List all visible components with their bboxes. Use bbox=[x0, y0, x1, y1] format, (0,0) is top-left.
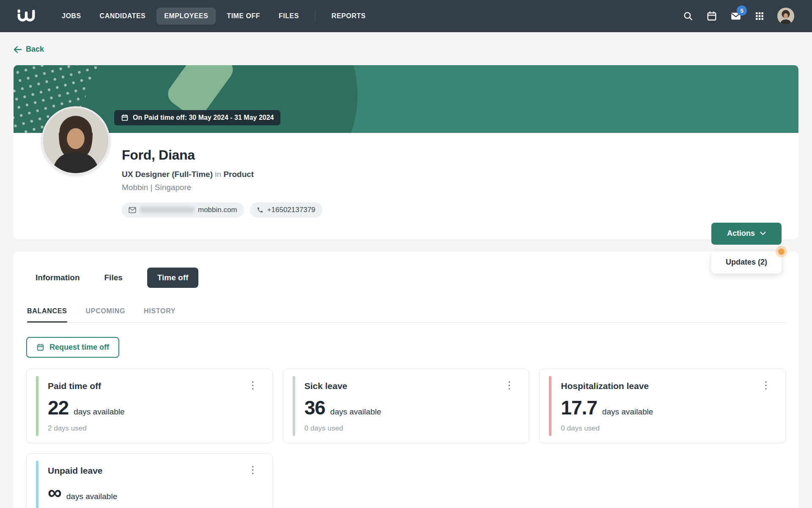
time-off-subtabs: BALANCES UPCOMING HISTORY bbox=[26, 307, 786, 323]
balance-title: Hospitalization leave bbox=[561, 381, 649, 391]
accent-bar bbox=[36, 461, 38, 508]
email-pill[interactable]: mobbin.com bbox=[122, 202, 244, 218]
phone-icon bbox=[257, 207, 263, 213]
app-logo-icon bbox=[15, 8, 37, 25]
back-link[interactable]: Back bbox=[14, 45, 44, 54]
nav-item-employees[interactable]: EMPLOYEES bbox=[156, 8, 216, 25]
request-time-off-label: Request time off bbox=[49, 343, 109, 352]
nav-item-files[interactable]: FILES bbox=[271, 8, 307, 25]
employee-department: Product bbox=[223, 170, 254, 179]
accent-bar bbox=[293, 376, 295, 436]
balance-unit: days available bbox=[74, 407, 124, 417]
balance-used: 2 days used bbox=[48, 424, 261, 433]
contact-pills: mobbin.com +16502137379 bbox=[122, 202, 782, 218]
profile-actions: Actions Updates (2) bbox=[711, 223, 782, 273]
balance-card-hospitalization-leave: Hospitalization leave ⋮ 17.7 days availa… bbox=[539, 369, 786, 443]
top-nav: JOBS CANDIDATES EMPLOYEES TIME OFF FILES… bbox=[0, 0, 812, 32]
balance-used: 0 days used bbox=[561, 424, 774, 433]
nav-item-reports[interactable]: REPORTS bbox=[324, 8, 373, 25]
phone-pill[interactable]: +16502137379 bbox=[250, 202, 322, 218]
mail-badge: 5 bbox=[737, 6, 747, 16]
email-redacted-block bbox=[140, 207, 194, 213]
tab-files[interactable]: Files bbox=[104, 273, 123, 282]
balance-used: 0 days used bbox=[304, 424, 517, 433]
nav-right-cluster: 5 bbox=[683, 8, 794, 25]
notification-dot bbox=[778, 248, 785, 255]
employee-org-location: Mobbin | Singapore bbox=[122, 183, 782, 192]
balance-value: ∞ bbox=[48, 483, 61, 502]
tab-information[interactable]: Information bbox=[36, 273, 80, 282]
back-row: Back bbox=[14, 45, 798, 55]
subtab-history[interactable]: HISTORY bbox=[144, 307, 176, 322]
nav-divider bbox=[315, 11, 315, 22]
employee-profile-card: On Paid time off: 30 May 2024 - 31 May 2… bbox=[14, 65, 798, 240]
accent-bar bbox=[549, 376, 551, 436]
tab-time-off[interactable]: Time off bbox=[147, 268, 199, 288]
balance-card-unpaid-leave: Unpaid leave ⋮ ∞ days available 1 day us… bbox=[26, 453, 273, 508]
card-menu-button[interactable]: ⋮ bbox=[758, 381, 774, 389]
app-logo[interactable] bbox=[15, 8, 37, 25]
balance-cards-grid: Paid time off ⋮ 22 days available 2 days… bbox=[26, 369, 786, 508]
accent-bar bbox=[36, 376, 38, 436]
calendar-icon bbox=[36, 343, 44, 351]
back-arrow-icon bbox=[14, 46, 22, 53]
balance-value: 22 bbox=[48, 398, 69, 417]
phone-number: +16502137379 bbox=[267, 206, 315, 214]
time-off-panel: Information Files Time off BALANCES UPCO… bbox=[14, 251, 798, 508]
calendar-icon[interactable] bbox=[706, 11, 717, 22]
actions-button[interactable]: Actions bbox=[711, 223, 782, 245]
apps-grid-icon[interactable] bbox=[754, 11, 765, 21]
card-menu-button[interactable]: ⋮ bbox=[245, 466, 261, 474]
employee-name: Ford, Diana bbox=[122, 147, 782, 163]
subtab-balances[interactable]: BALANCES bbox=[27, 307, 67, 322]
balance-unit: days available bbox=[330, 407, 381, 417]
email-visible-text: mobbin.com bbox=[198, 206, 237, 214]
employee-role-line: UX Designer (Full-Time) in Product bbox=[122, 170, 782, 179]
balance-card-paid-time-off: Paid time off ⋮ 22 days available 2 days… bbox=[26, 369, 273, 443]
envelope-icon bbox=[129, 207, 136, 213]
balance-unit: days available bbox=[66, 492, 117, 501]
employee-role: UX Designer (Full-Time) bbox=[122, 170, 213, 179]
balance-title: Sick leave bbox=[304, 381, 348, 391]
calendar-icon bbox=[121, 114, 129, 121]
chevron-down-icon bbox=[760, 232, 766, 235]
role-connector: in bbox=[215, 170, 221, 179]
profile-photo bbox=[41, 106, 110, 175]
subtab-upcoming[interactable]: UPCOMING bbox=[86, 307, 126, 322]
request-time-off-button[interactable]: Request time off bbox=[26, 337, 119, 358]
card-menu-button[interactable]: ⋮ bbox=[502, 381, 517, 389]
back-label: Back bbox=[26, 45, 44, 54]
balance-card-sick-leave: Sick leave ⋮ 36 days available 0 days us… bbox=[283, 369, 529, 443]
updates-button[interactable]: Updates (2) bbox=[711, 251, 782, 273]
profile-banner: On Paid time off: 30 May 2024 - 31 May 2… bbox=[14, 65, 798, 133]
status-badge-text: On Paid time off: 30 May 2024 - 31 May 2… bbox=[133, 114, 274, 121]
updates-label: Updates (2) bbox=[726, 258, 767, 266]
time-off-status-badge: On Paid time off: 30 May 2024 - 31 May 2… bbox=[114, 110, 280, 125]
mail-icon[interactable]: 5 bbox=[730, 11, 742, 22]
card-menu-button[interactable]: ⋮ bbox=[245, 381, 261, 389]
balance-title: Paid time off bbox=[48, 381, 101, 391]
profile-body: Ford, Diana UX Designer (Full-Time) in P… bbox=[14, 133, 798, 240]
balance-title: Unpaid leave bbox=[48, 466, 103, 476]
balance-value: 36 bbox=[304, 398, 325, 417]
nav-item-timeoff[interactable]: TIME OFF bbox=[219, 8, 268, 25]
profile-tabs: Information Files Time off bbox=[26, 268, 786, 288]
nav-item-candidates[interactable]: CANDIDATES bbox=[92, 8, 154, 25]
balance-value: 17.7 bbox=[561, 398, 597, 417]
search-icon[interactable] bbox=[683, 11, 694, 22]
balance-unit: days available bbox=[602, 407, 653, 417]
nav-item-jobs[interactable]: JOBS bbox=[54, 8, 89, 25]
main-nav: JOBS CANDIDATES EMPLOYEES TIME OFF FILES… bbox=[54, 8, 373, 25]
user-avatar[interactable] bbox=[777, 8, 794, 25]
actions-label: Actions bbox=[727, 229, 755, 238]
